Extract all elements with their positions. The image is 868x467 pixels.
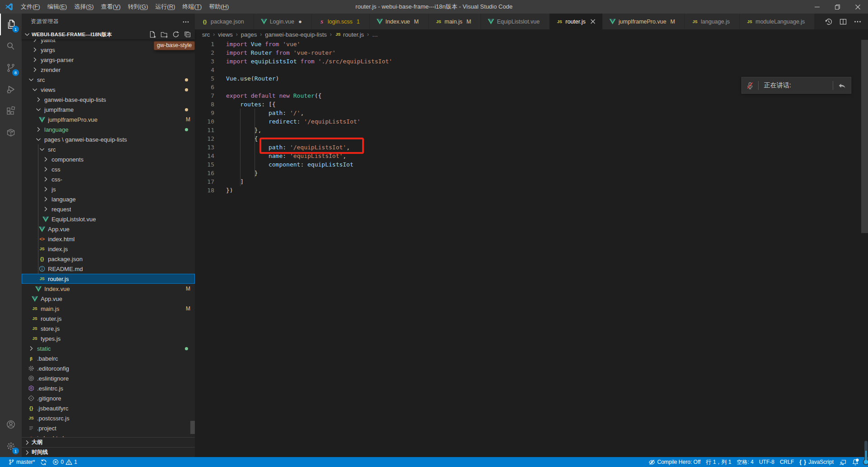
status-行-1-列-1[interactable]: 行 1，列 1	[703, 457, 734, 467]
status-feedback-icon[interactable]	[836, 457, 849, 467]
tree-folder-language[interactable]: language	[22, 194, 195, 204]
status-bell-icon[interactable]	[849, 457, 862, 467]
tab-equiplistslot.vue[interactable]: EquipListslot.vue	[481, 14, 550, 29]
new-folder-icon[interactable]	[160, 31, 168, 38]
tree-file-.gitignore[interactable]: .gitignore	[22, 393, 195, 403]
code-editor[interactable]: 1import Vue from 'vue'2import Router fro…	[195, 39, 868, 457]
more-actions-icon[interactable]	[182, 18, 189, 25]
tree-file-.eslintignore[interactable]: .eslintignore	[22, 373, 195, 383]
breadcrumb[interactable]: src›views›pages›ganwei-base-equip-lists›…	[195, 29, 868, 39]
tab-package.json[interactable]: {}package.json	[195, 14, 254, 29]
tree-file-.project[interactable]: .project	[22, 423, 195, 433]
tree-file-index.html[interactable]: <>index.html	[22, 433, 195, 437]
tree-file-jumpiframepro.vue[interactable]: jumpIframePro.vueM	[22, 114, 195, 124]
ellipsis-icon[interactable]	[854, 18, 862, 26]
status-crlf[interactable]: CRLF	[777, 457, 797, 467]
close-tab-icon[interactable]	[590, 19, 597, 24]
editor-scrollbar[interactable]	[861, 40, 868, 233]
tree-folder-zrender[interactable]: zrender	[22, 65, 195, 75]
tree-folder-css-[interactable]: css-	[22, 174, 195, 184]
status-master-[interactable]: master*	[5, 457, 38, 467]
tree-folder-src[interactable]: src	[22, 75, 195, 85]
tree-file-.editorconfig[interactable]: .editorconfig	[22, 363, 195, 373]
breadcrumb-item[interactable]: src	[202, 31, 210, 38]
tree-file-readme.md[interactable]: README.md	[22, 264, 195, 274]
menu-s[interactable]: 选择(S)	[71, 0, 97, 14]
activity-source-control[interactable]: 8	[0, 57, 22, 79]
tree-file-store.js[interactable]: JSstore.js	[22, 324, 195, 334]
tree-file-.jsbeautifyrc[interactable]: {}.jsbeautifyrc	[22, 403, 195, 413]
tab-index.vue[interactable]: Index.vueM	[370, 14, 429, 29]
activity-run-debug[interactable]	[0, 79, 22, 100]
menu-f[interactable]: 文件(F)	[17, 0, 44, 14]
tree-folder-language[interactable]: language	[22, 124, 195, 134]
close-button[interactable]	[848, 0, 868, 14]
tree-folder-css[interactable]: css	[22, 164, 195, 174]
menu-v[interactable]: 查看(V)	[97, 0, 124, 14]
activity-search[interactable]	[0, 35, 22, 57]
tab-login.vue[interactable]: Login.vue●	[254, 14, 312, 29]
tree-file-index.vue[interactable]: Index.vueM	[22, 284, 195, 294]
status-javascript[interactable]: { }JavaScript	[797, 457, 836, 467]
breadcrumb-item[interactable]: views	[218, 31, 233, 38]
menu-t[interactable]: 终端(T)	[179, 0, 206, 14]
tab-login.scss[interactable]: Slogin.scss1	[312, 14, 370, 29]
collapse-all-icon[interactable]	[184, 31, 191, 38]
explorer-section-header[interactable]: WEBUI-BASE-FRAME---I18N版本	[22, 29, 195, 39]
activity-package[interactable]	[0, 122, 22, 144]
tree-folder-pages-ganwei-base-equip-lists[interactable]: pages \ ganwei-base-equip-lists	[22, 134, 195, 144]
tab-language.js[interactable]: JSlanguage.js	[685, 14, 740, 29]
tree-file-.babelrc[interactable]: β.babelrc	[22, 353, 195, 363]
status-0[interactable]: 01	[50, 457, 80, 467]
tab-main.js[interactable]: JSmain.jsM	[429, 14, 481, 29]
unsaved-dot-icon[interactable]: ●	[298, 18, 302, 25]
mic-off-icon[interactable]	[742, 81, 758, 90]
activity-explorer[interactable]: 1	[0, 14, 22, 35]
split-editor-icon[interactable]	[839, 18, 847, 26]
breadcrumb-item[interactable]: ganwei-base-equip-lists	[265, 31, 327, 38]
sidebar-scrollbar[interactable]	[190, 421, 195, 434]
status-空格-4[interactable]: 空格: 4	[734, 457, 756, 467]
tree-folder-yargs-parser[interactable]: yargs-parser	[22, 55, 195, 65]
activity-account[interactable]	[0, 414, 22, 435]
tree-file-main.js[interactable]: JSmain.jsM	[22, 304, 195, 314]
new-file-icon[interactable]	[149, 31, 156, 38]
tree-folder-js[interactable]: js	[22, 184, 195, 194]
tree-folder-jumpiframe[interactable]: jumpIframe	[22, 105, 195, 114]
history-icon[interactable]	[825, 18, 833, 26]
panel-timeline[interactable]: 时间线	[22, 447, 195, 457]
menu-r[interactable]: 运行(R)	[152, 0, 179, 14]
restore-button[interactable]	[827, 0, 848, 14]
tree-folder-views[interactable]: views	[22, 85, 195, 95]
tree-file-index.html[interactable]: <>index.html	[22, 234, 195, 244]
tree-file-.eslintrc.js[interactable]: .eslintrc.js	[22, 383, 195, 393]
tree-folder-ganwei-base-equip-lists[interactable]: ganwei-base-equip-lists	[22, 95, 195, 105]
status-utf-8[interactable]: UTF-8	[756, 457, 777, 467]
tree-file-router.js[interactable]: JSrouter.js	[22, 314, 195, 324]
minimize-button[interactable]	[807, 0, 827, 14]
menu-h[interactable]: 帮助(H)	[205, 0, 232, 14]
tree-file-app.vue[interactable]: App.vue	[22, 294, 195, 304]
activity-settings[interactable]: 1	[0, 435, 22, 457]
tree-file-.postcssrc.js[interactable]: JS.postcssrc.js	[22, 413, 195, 423]
breadcrumb-item[interactable]: JSrouter.js	[335, 31, 364, 38]
tree-file-router.js[interactable]: JSrouter.js	[22, 274, 195, 284]
tree-file-types.js[interactable]: JStypes.js	[22, 334, 195, 343]
refresh-icon[interactable]	[172, 31, 179, 38]
tree-file-equiplistslot.vue[interactable]: EquipListslot.vue	[22, 214, 195, 224]
tree-folder-src[interactable]: src	[22, 144, 195, 154]
activity-extensions[interactable]	[0, 100, 22, 122]
tree-folder-components[interactable]: components	[22, 154, 195, 164]
tree-file-package.json[interactable]: {}package.json	[22, 254, 195, 264]
tree-folder-request[interactable]: request	[22, 204, 195, 214]
reply-arrow-icon[interactable]	[833, 82, 851, 89]
status-compile-hero-off[interactable]: Compile Hero: Off	[646, 457, 703, 467]
tab-jumpiframepro.vue[interactable]: jumpIframePro.vueM	[603, 14, 685, 29]
panel-outline[interactable]: 大纲	[22, 437, 195, 447]
tree-folder-static[interactable]: static	[22, 343, 195, 353]
tree-file-index.js[interactable]: JSindex.js	[22, 244, 195, 254]
status-sync-icon[interactable]	[38, 457, 50, 467]
breadcrumb-item[interactable]: pages	[241, 31, 257, 38]
menu-e[interactable]: 编辑(E)	[44, 0, 71, 14]
tab-modulelanguage.js[interactable]: JSmoduleLanguage.js	[740, 14, 815, 29]
